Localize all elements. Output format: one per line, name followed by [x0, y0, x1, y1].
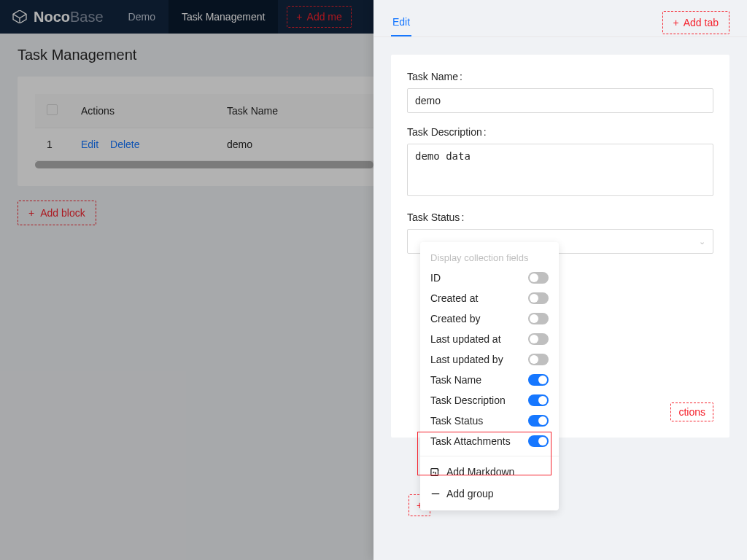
dropdown-item-task-attachments[interactable]: Task Attachments — [420, 431, 559, 451]
enable-actions-button[interactable]: ctions — [670, 402, 713, 421]
dropdown-item-label: Created at — [430, 292, 478, 304]
toggle-switch[interactable] — [528, 354, 549, 365]
logo-icon — [12, 10, 28, 23]
plus-icon: + — [673, 17, 679, 28]
dropdown-item-label: Task Attachments — [430, 435, 511, 447]
dropdown-item-last-updated-by[interactable]: Last updated by — [420, 349, 559, 370]
add-group-action[interactable]: Add group — [420, 483, 559, 505]
nav-task-management[interactable]: Task Management — [169, 0, 278, 34]
row-delete-link[interactable]: Delete — [110, 139, 139, 150]
dropdown-item-label: Last updated by — [430, 354, 503, 365]
task-desc-textarea[interactable]: demo data — [407, 144, 713, 196]
logo: NocoBase — [0, 9, 115, 26]
dropdown-item-label: Task Name — [430, 374, 481, 386]
add-markdown-action[interactable]: Add Markdown — [420, 461, 559, 483]
toggle-switch[interactable] — [528, 292, 549, 304]
logo-text-bold: Noco — [34, 9, 70, 26]
dropdown-item-label: Created by — [430, 313, 480, 324]
dropdown-item-label: Task Description — [430, 394, 506, 406]
toggle-switch[interactable] — [528, 272, 549, 284]
col-actions: Actions — [69, 94, 215, 128]
plus-icon: + — [296, 11, 302, 23]
dropdown-title: Display collection fields — [420, 248, 559, 268]
task-desc-label: Task Description — [407, 126, 713, 138]
fields-dropdown: Display collection fields IDCreated atCr… — [420, 242, 559, 510]
logo-text-light: Base — [70, 9, 104, 26]
markdown-icon — [430, 467, 441, 477]
add-markdown-label: Add Markdown — [446, 466, 514, 478]
add-menu-button[interactable]: + Add me — [287, 6, 351, 28]
add-block-label: Add block — [40, 207, 85, 219]
dropdown-item-created-at[interactable]: Created at — [420, 288, 559, 308]
add-tab-button[interactable]: + Add tab — [662, 11, 729, 34]
drawer-tabs: Edit + Add tab — [374, 0, 747, 37]
toggle-switch[interactable] — [528, 415, 549, 427]
dropdown-item-label: Task Status — [430, 415, 483, 427]
dropdown-item-task-description[interactable]: Task Description — [420, 390, 559, 411]
add-tab-label: Add tab — [684, 17, 719, 28]
toggle-switch[interactable] — [528, 374, 549, 386]
toggle-switch[interactable] — [528, 313, 549, 324]
add-group-label: Add group — [446, 488, 494, 499]
dropdown-separator — [420, 456, 559, 456]
row-edit-link[interactable]: Edit — [81, 139, 98, 150]
add-block-button[interactable]: + Add block — [18, 201, 96, 225]
divider-icon — [430, 489, 441, 499]
plus-icon: + — [28, 207, 34, 219]
toggle-switch[interactable] — [528, 435, 549, 447]
tab-edit[interactable]: Edit — [391, 9, 411, 36]
select-all-checkbox[interactable] — [47, 104, 58, 115]
nav-demo[interactable]: Demo — [115, 0, 169, 34]
toggle-switch[interactable] — [528, 394, 549, 406]
dropdown-item-task-status[interactable]: Task Status — [420, 411, 559, 431]
dropdown-item-last-updated-at[interactable]: Last updated at — [420, 329, 559, 349]
task-name-label: Task Name — [407, 71, 713, 82]
dropdown-item-id[interactable]: ID — [420, 268, 559, 288]
add-menu-label: Add me — [307, 11, 342, 23]
dropdown-item-label: Last updated at — [430, 333, 501, 345]
row-num: 1 — [35, 128, 69, 161]
task-name-input[interactable] — [407, 88, 713, 113]
toggle-switch[interactable] — [528, 333, 549, 345]
task-status-label: Task Status — [407, 211, 713, 223]
chevron-down-icon: ⌄ — [699, 237, 705, 246]
dropdown-item-created-by[interactable]: Created by — [420, 308, 559, 329]
dropdown-item-label: ID — [430, 272, 441, 284]
dropdown-item-task-name[interactable]: Task Name — [420, 370, 559, 390]
